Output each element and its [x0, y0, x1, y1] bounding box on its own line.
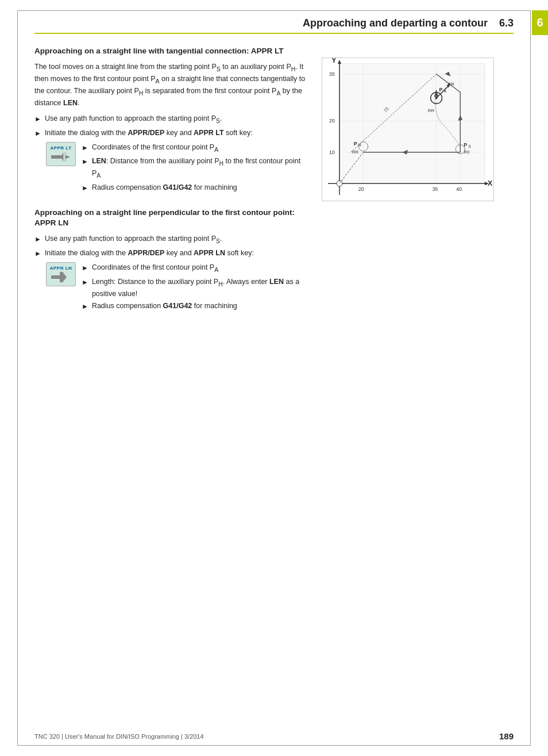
svg-rect-0 [51, 155, 63, 159]
appr-lt-key-image: APPR LT [46, 142, 76, 166]
footer-text: TNC 320 | User's Manual for DIN/ISO Prog… [34, 733, 204, 740]
key-bullets-1: ► Coordinates of the first contour point… [82, 142, 310, 194]
s2-key-bullet-arrow-2: ► [82, 277, 88, 287]
key-bullet-3-text: Radius compensation G41/G42 for machinin… [92, 182, 237, 193]
s2-bullet-arrow-1: ► [34, 234, 41, 244]
section-2: Approaching on a straight line perpendic… [34, 208, 310, 314]
s2-key-bullet-arrow-3: ► [82, 301, 88, 312]
svg-point-23 [337, 181, 342, 186]
s2-bullet-1-text: Use any path function to approach the st… [45, 233, 222, 245]
svg-text:P: P [439, 87, 443, 93]
svg-rect-6 [339, 64, 485, 183]
header-section: 6.3 [499, 17, 514, 29]
content-columns: Approaching on a straight line with tang… [34, 46, 514, 317]
section-1-heading: Approaching on a straight line with tang… [34, 46, 310, 57]
key-bullet-arrow-1: ► [82, 143, 88, 153]
s2-bullet-arrow-2: ► [34, 248, 41, 259]
key-bullet-1-text: Coordinates of the first contour point P… [92, 142, 218, 154]
bullet-arrow-1: ► [34, 114, 41, 124]
svg-text:RR: RR [447, 82, 454, 87]
svg-text:20: 20 [329, 118, 335, 124]
chapter-tab: 6 [532, 10, 548, 35]
left-column: Approaching on a straight line with tang… [34, 46, 310, 317]
svg-marker-16 [338, 60, 341, 64]
s2-bullet-2: ► Initiate the dialog with the APPR/DEP … [34, 248, 310, 259]
key-icon-lt [51, 151, 71, 163]
key-bullet-3: ► Radius compensation G41/G42 for machin… [82, 182, 310, 193]
s2-key-bullet-2-text: Length: Distance to the auxiliary point … [92, 277, 310, 300]
key-bullet-arrow-3: ► [82, 183, 88, 193]
key-bullet-list-2: ► Coordinates of the first contour point… [82, 262, 310, 312]
key-label-ln: APPR LN [50, 266, 72, 271]
bullet-2: ► Initiate the dialog with the APPR/DEP … [34, 128, 310, 139]
svg-text:RR: RR [428, 108, 435, 113]
page-header: Approaching and departing a contour 6.3 [34, 17, 514, 34]
svg-text:20: 20 [358, 186, 364, 192]
page-border-bottom [17, 745, 531, 746]
appr-ln-key-image: APPR LN [46, 262, 76, 286]
bullet-1-text: Use any path function to approach the st… [45, 113, 222, 125]
page-border-left [17, 10, 18, 746]
bullet-2-text: Initiate the dialog with the APPR/DEP ke… [45, 128, 253, 139]
key-block-1: APPR LT ► Coordinates of the fi [46, 142, 310, 194]
key-bullet-1: ► Coordinates of the first contour point… [82, 142, 310, 154]
svg-text:35: 35 [329, 71, 335, 77]
s2-key-bullet-1-text: Coordinates of the first contour point P… [92, 262, 218, 274]
y-axis-label: Y [331, 57, 337, 64]
svg-text:35: 35 [433, 186, 438, 192]
s2-key-bullet-arrow-1: ► [82, 263, 88, 273]
page-border-right [530, 10, 531, 746]
key-bullet-arrow-2: ► [82, 156, 88, 167]
svg-text:P: P [464, 142, 467, 148]
section-1: Approaching on a straight line with tang… [34, 46, 310, 195]
key-bullet-list-1: ► Coordinates of the first contour point… [82, 142, 310, 193]
section-2-bullets: ► Use any path function to approach the … [34, 233, 310, 259]
bullet-arrow-2: ► [34, 128, 41, 139]
svg-marker-5 [62, 271, 67, 283]
s2-key-bullet-1: ► Coordinates of the first contour point… [82, 262, 310, 274]
svg-text:10: 10 [329, 149, 335, 155]
key-icon-ln [51, 271, 71, 283]
svg-text:H: H [358, 143, 361, 147]
diagram-container: X Y 20 35 40 10 20 35 [322, 52, 514, 203]
svg-text:S: S [468, 144, 471, 148]
svg-text:A: A [443, 89, 446, 93]
bullet-1: ► Use any path function to approach the … [34, 113, 310, 125]
section-1-bullets: ► Use any path function to approach the … [34, 113, 310, 139]
key-bullet-2: ► LEN: Distance from the auxiliary point… [82, 156, 310, 180]
page-border-top [17, 10, 531, 11]
section-2-heading: Approaching on a straight line perpendic… [34, 208, 310, 229]
key-block-2: APPR LN ► Coordinates of the fi [46, 262, 310, 313]
chapter-number: 6 [537, 16, 543, 29]
s2-bullet-2-text: Initiate the dialog with the APPR/DEP ke… [45, 248, 254, 259]
section-1-body: The tool moves on a straight line from t… [34, 62, 310, 109]
key-bullets-2: ► Coordinates of the first contour point… [82, 262, 310, 313]
svg-text:RR: RR [352, 149, 359, 155]
x-axis-label: X [488, 179, 493, 187]
diagram-svg: X Y 20 35 40 10 20 35 [322, 57, 494, 201]
s2-key-bullet-2: ► Length: Distance to the auxiliary poin… [82, 277, 310, 300]
svg-text:P: P [354, 141, 357, 147]
svg-rect-2 [63, 153, 65, 161]
key-label-lt: APPR LT [50, 145, 71, 151]
main-content: Approaching on a straight line with tang… [34, 46, 514, 722]
key-bullet-2-text: LEN: Distance from the auxiliary point P… [92, 156, 310, 180]
page-footer: TNC 320 | User's Manual for DIN/ISO Prog… [34, 731, 514, 741]
svg-text:R0: R0 [464, 149, 470, 155]
header-title: Approaching and departing a contour [303, 17, 488, 29]
s2-bullet-1: ► Use any path function to approach the … [34, 233, 310, 245]
s2-key-bullet-3: ► Radius compensation G41/G42 for machin… [82, 301, 310, 312]
right-column: X Y 20 35 40 10 20 35 [322, 46, 514, 317]
svg-text:40: 40 [456, 186, 462, 192]
footer-page: 189 [499, 731, 514, 741]
s2-key-bullet-3-text: Radius compensation G41/G42 for machinin… [92, 301, 237, 312]
